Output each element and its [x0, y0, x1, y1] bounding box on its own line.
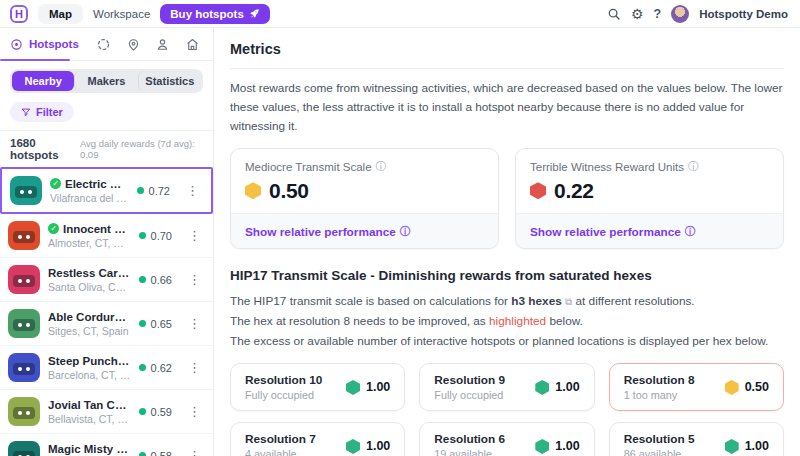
- row-menu-icon[interactable]: ⋮: [178, 183, 203, 198]
- h3-hexes-link[interactable]: h3 hexes: [511, 294, 562, 308]
- hotspot-row[interactable]: ✓Electric Hotpink Coy... Vilafranca del …: [0, 167, 213, 214]
- status-dot: [139, 408, 146, 415]
- hotspot-location: Sitges, CT, Spain: [48, 325, 131, 337]
- info-icon[interactable]: ⓘ: [688, 160, 699, 174]
- row-menu-icon[interactable]: ⋮: [180, 316, 205, 331]
- segment-statistics[interactable]: Statistics: [138, 71, 201, 91]
- resolution-subtitle: 4 available: [245, 448, 316, 456]
- hotspot-row[interactable]: ✓Innocent Mint Kooka... Almoster, CT, Sp…: [0, 214, 213, 258]
- user-name[interactable]: Hotspotty Demo: [699, 8, 788, 20]
- resolution-card: Resolution 9 Fully occupied 1.00: [419, 363, 594, 411]
- hotspot-row[interactable]: Able Corduroy Tortoise Sitges, CT, Spain…: [0, 302, 213, 346]
- hotspot-name: Electric Hotpink Coy...: [65, 178, 129, 190]
- show-relative-performance-link[interactable]: Show relative performance ⓘ: [530, 225, 695, 239]
- resolution-title: Resolution 6: [434, 432, 505, 446]
- scan-icon[interactable]: [96, 37, 111, 52]
- hotspot-row[interactable]: Steep Punch Scallop Barcelona, CT, Spain…: [0, 346, 213, 390]
- hotspot-location: Vilafranca del Penedès, C...: [50, 192, 129, 204]
- row-menu-icon[interactable]: ⋮: [180, 360, 205, 375]
- metric-cards: Mediocre Transmit Scale ⓘ 0.50 Show rela…: [230, 148, 784, 249]
- hotspot-name: Able Corduroy Tortoise: [48, 311, 131, 323]
- hotspot-row[interactable]: Jovial Tan Carp Bellavista, CT, Spain 0.…: [0, 390, 213, 434]
- settings-gear-icon[interactable]: ⚙: [631, 7, 644, 21]
- location-pin-icon[interactable]: [126, 37, 141, 52]
- sidebar-icon-tabs: [89, 37, 213, 52]
- hotspotty-logo[interactable]: H: [10, 5, 28, 23]
- resolution-title: Resolution 9: [434, 373, 505, 387]
- help-icon[interactable]: ?: [654, 7, 662, 21]
- workspace-button[interactable]: Workspace: [93, 8, 150, 20]
- hexagon-icon: [535, 439, 549, 454]
- hotspot-location: Bellavista, CT, Spain: [48, 413, 131, 425]
- hip17-description: The HIP17 transmit scale is based on cal…: [230, 291, 784, 352]
- segment-makers[interactable]: Makers: [74, 71, 137, 91]
- search-icon[interactable]: [607, 7, 621, 21]
- resolution-title: Resolution 8: [624, 373, 695, 387]
- hotspot-reward: 0.70: [139, 230, 172, 242]
- metric-card-body: Mediocre Transmit Scale ⓘ 0.50: [231, 149, 498, 213]
- hotspot-reward: 0.65: [139, 318, 172, 330]
- hotspot-text: ✓Electric Hotpink Coy... Vilafranca del …: [50, 178, 129, 204]
- buy-hotspots-button[interactable]: Buy hotspots: [160, 4, 269, 24]
- resolution-info: Resolution 6 19 available: [434, 432, 505, 456]
- verified-badge-icon: ✓: [48, 223, 59, 234]
- status-dot: [139, 364, 146, 371]
- hotspot-row[interactable]: Restless Carob Duck Santa Oliva, CT, Spa…: [0, 258, 213, 302]
- hotspot-location: Barcelona, CT, Spain: [48, 369, 131, 381]
- row-menu-icon[interactable]: ⋮: [180, 448, 205, 456]
- hotspot-text: Jovial Tan Carp Bellavista, CT, Spain: [48, 399, 131, 425]
- hexagon-icon: [245, 182, 261, 199]
- segment-nearby[interactable]: Nearby: [12, 71, 74, 91]
- resolution-value: 1.00: [346, 439, 390, 454]
- hotspot-name: Restless Carob Duck: [48, 267, 131, 279]
- hexagon-icon: [346, 380, 360, 395]
- resolution-info: Resolution 10 Fully occupied: [245, 373, 322, 401]
- resolution-card: Resolution 6 19 available 1.00: [419, 422, 594, 456]
- hip17-line3: The excess or available number of intera…: [230, 331, 784, 351]
- user-avatar[interactable]: [671, 5, 689, 23]
- info-icon[interactable]: ⓘ: [376, 160, 387, 174]
- resolution-value: 1.00: [725, 439, 769, 454]
- hexagon-icon: [725, 380, 739, 395]
- hotspot-row[interactable]: Magic Misty Cormorant Sitges, CT, Spain …: [0, 434, 213, 456]
- metric-card-footer: Show relative performance ⓘ: [231, 213, 498, 248]
- app-window: H Map Workspace Buy hotspots ⚙ ? Hotspot…: [0, 0, 800, 456]
- buy-hotspots-label: Buy hotspots: [170, 8, 243, 20]
- hotspot-avatar: [8, 265, 40, 294]
- hotspot-avatar: [10, 176, 42, 205]
- resolution-subtitle: 1 too many: [624, 389, 695, 401]
- avg-daily-rewards: Avg daily rewards (7d avg): 0.09: [80, 138, 203, 160]
- tab-hotspots[interactable]: Hotspots: [0, 38, 89, 51]
- metric-value: 0.22: [554, 179, 594, 203]
- active-tab-indicator: [0, 59, 70, 61]
- row-menu-icon[interactable]: ⋮: [180, 272, 205, 287]
- resolution-title: Resolution 5: [624, 432, 695, 446]
- resolution-info: Resolution 9 Fully occupied: [434, 373, 505, 401]
- resolution-title: Resolution 7: [245, 432, 316, 446]
- hotspot-text: Steep Punch Scallop Barcelona, CT, Spain: [48, 355, 131, 381]
- metric-card-footer: Show relative performance ⓘ: [516, 213, 783, 248]
- metric-label-row: Terrible Witness Reward Units ⓘ: [530, 160, 769, 174]
- status-dot: [139, 276, 146, 283]
- person-icon[interactable]: [155, 37, 170, 52]
- verified-badge-icon: ✓: [50, 178, 61, 189]
- highlighted-word: highlighted: [489, 314, 546, 328]
- top-bar: H Map Workspace Buy hotspots ⚙ ? Hotspot…: [0, 0, 800, 28]
- tab-hotspots-label: Hotspots: [29, 38, 79, 50]
- view-segmented-control: Nearby Makers Statistics: [10, 69, 203, 93]
- show-relative-performance-link[interactable]: Show relative performance ⓘ: [245, 225, 410, 239]
- hotspot-reward: 0.72: [137, 185, 170, 197]
- sidebar-tabs: Hotspots: [0, 28, 213, 61]
- resolution-value: 1.00: [535, 439, 579, 454]
- row-menu-icon[interactable]: ⋮: [180, 404, 205, 419]
- resolution-subtitle: Fully occupied: [245, 389, 322, 401]
- info-icon: ⓘ: [685, 225, 696, 239]
- map-button[interactable]: Map: [38, 4, 83, 24]
- row-menu-icon[interactable]: ⋮: [180, 228, 205, 243]
- hotspot-location: Almoster, CT, Spain: [48, 237, 131, 249]
- hotspot-reward: 0.62: [139, 362, 172, 374]
- resolution-value: 1.00: [535, 380, 579, 395]
- home-icon[interactable]: [185, 37, 200, 52]
- hip17-line2: The hex at resolution 8 needs to be impr…: [230, 311, 784, 331]
- filter-button[interactable]: Filter: [10, 102, 74, 122]
